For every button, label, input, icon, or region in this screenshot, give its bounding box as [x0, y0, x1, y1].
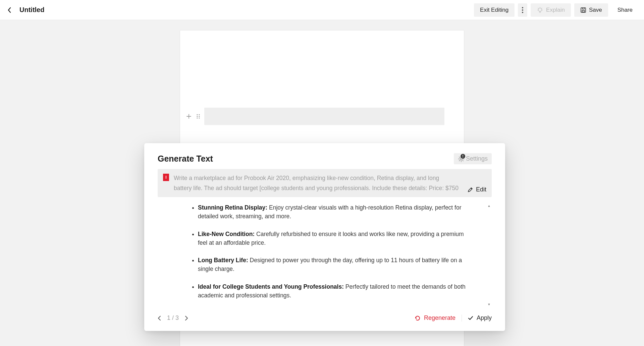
svg-point-8: [197, 116, 198, 117]
page-title: Untitled: [19, 6, 44, 14]
svg-point-1: [522, 9, 523, 11]
regenerate-button[interactable]: Regenerate: [415, 314, 455, 322]
svg-rect-4: [581, 8, 586, 12]
svg-point-9: [199, 116, 200, 117]
edit-prompt-button[interactable]: Edit: [467, 186, 486, 193]
generated-content-scroll[interactable]: Stunning Retina Display: Enjoy crystal-c…: [158, 203, 492, 307]
prompt-cursor-marker: I: [163, 174, 169, 181]
prompt-box: I Write a marketplace ad for Probook Air…: [158, 169, 492, 197]
bullet-title: Long Battery Life:: [198, 257, 248, 264]
explain-button[interactable]: Explain: [531, 3, 571, 17]
bullet-title: Stunning Retina Display:: [198, 204, 267, 211]
settings-alert-badge: !: [461, 154, 465, 159]
plus-icon: [186, 114, 192, 119]
generated-bullets: Stunning Retina Display: Enjoy crystal-c…: [158, 203, 485, 300]
apply-label: Apply: [477, 314, 492, 322]
svg-point-2: [522, 12, 523, 13]
back-button[interactable]: [5, 6, 13, 14]
list-item: Ideal for College Students and Young Pro…: [198, 282, 485, 300]
chevron-left-icon: [158, 315, 161, 321]
save-button[interactable]: Save: [574, 3, 608, 17]
list-item: Long Battery Life: Designed to power you…: [198, 256, 485, 274]
settings-label: Settings: [466, 155, 488, 162]
canvas: Generate Text ! Settings I Write a marke…: [0, 20, 644, 346]
apply-button[interactable]: Apply: [462, 314, 492, 322]
pencil-icon: [467, 187, 473, 193]
pager-status: 1 / 3: [167, 314, 179, 322]
pager-next-button[interactable]: [185, 315, 188, 321]
lightbulb-icon: [537, 7, 543, 13]
generate-text-panel: Generate Text ! Settings I Write a marke…: [144, 143, 505, 331]
chevron-right-icon: [185, 315, 188, 321]
empty-block-row: [185, 108, 444, 125]
list-item: Like-New Condition: Carefully refurbishe…: [198, 230, 485, 247]
svg-point-6: [197, 114, 198, 115]
share-button[interactable]: Share: [611, 3, 639, 17]
pager-prev-button[interactable]: [158, 315, 161, 321]
bullet-title: Like-New Condition:: [198, 231, 255, 237]
pager-current: 1: [167, 314, 170, 321]
drag-dots-icon: [196, 114, 200, 119]
generate-panel-footer: 1 / 3 Regenerate Apply: [144, 307, 505, 331]
drag-handle[interactable]: [195, 113, 202, 120]
more-vertical-icon: [522, 7, 523, 13]
chevron-left-icon: [7, 7, 11, 13]
refresh-icon: [415, 315, 421, 321]
svg-rect-5: [582, 10, 584, 12]
edit-label: Edit: [476, 186, 486, 193]
regenerate-label: Regenerate: [424, 314, 455, 322]
generate-panel-title: Generate Text: [158, 154, 213, 164]
share-label: Share: [618, 7, 633, 13]
app-header: Untitled Exit Editing Explain Save Share: [0, 0, 644, 20]
block-content-placeholder[interactable]: [204, 108, 444, 125]
list-item: Stunning Retina Display: Enjoy crystal-c…: [198, 203, 485, 221]
bullet-title: Ideal for College Students and Young Pro…: [198, 283, 344, 290]
more-menu-button[interactable]: [518, 3, 527, 17]
header-right: Exit Editing Explain Save Share: [474, 3, 639, 17]
explain-label: Explain: [546, 7, 565, 13]
footer-actions: Regenerate Apply: [415, 314, 492, 322]
add-block-button[interactable]: [185, 113, 192, 120]
generate-panel-header: Generate Text ! Settings: [144, 143, 505, 169]
prompt-text: Write a marketplace ad for Probook Air 2…: [174, 173, 459, 193]
save-label: Save: [589, 7, 602, 13]
svg-point-11: [199, 117, 200, 118]
header-left: Untitled: [5, 6, 44, 14]
svg-point-7: [199, 114, 200, 115]
svg-point-0: [522, 7, 523, 8]
generate-settings-button[interactable]: ! Settings: [454, 153, 492, 164]
svg-point-10: [197, 117, 198, 118]
pager-total: 3: [175, 314, 179, 321]
result-pager: 1 / 3: [158, 314, 188, 322]
check-icon: [468, 316, 473, 321]
exit-editing-label: Exit Editing: [480, 7, 508, 13]
generated-content-scroll-wrap: ▲ Stunning Retina Display: Enjoy crystal…: [158, 203, 492, 307]
svg-point-3: [538, 8, 542, 11]
exit-editing-button[interactable]: Exit Editing: [474, 3, 515, 17]
save-icon: [580, 7, 586, 13]
